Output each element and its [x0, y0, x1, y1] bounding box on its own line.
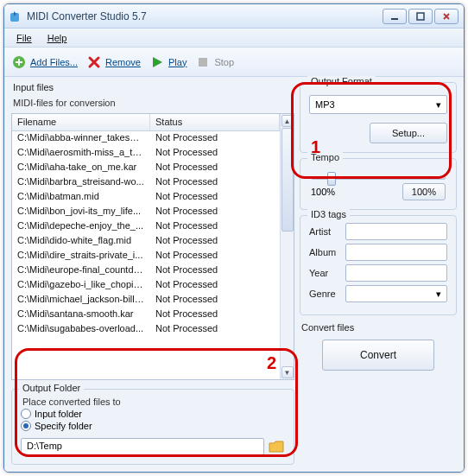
col-status[interactable]: Status: [150, 114, 280, 130]
output-format-group: Output Format MP3 ▾ Setup...: [300, 82, 457, 153]
cell-status: Not Processed: [150, 293, 280, 308]
close-button[interactable]: [434, 9, 459, 24]
play-icon: [149, 54, 165, 70]
table-row[interactable]: C:\Midi\barbra_streisand-wo...Not Proces…: [12, 175, 280, 190]
cell-filename: C:\Midi\sugababes-overload...: [12, 322, 150, 337]
browse-folder-button[interactable]: [268, 439, 285, 454]
cell-status: Not Processed: [150, 308, 280, 322]
scroll-up-icon[interactable]: ▲: [281, 115, 294, 127]
output-format-select[interactable]: MP3 ▾: [309, 95, 447, 114]
radio-specify-folder-label: Specify folder: [35, 421, 92, 431]
input-files-heading: Input files: [13, 82, 294, 92]
add-files-label: Add Files...: [30, 57, 78, 67]
artist-label: Artist: [309, 226, 342, 237]
id3-tags-group: ID3 tags Artist Album Year Genre: [300, 215, 457, 315]
file-grid[interactable]: Filename Status C:\Midi\abba-winner_take…: [11, 113, 294, 380]
cell-filename: C:\Midi\gazebo-i_like_chopin...: [12, 278, 150, 293]
cell-status: Not Processed: [150, 161, 280, 175]
cell-status: Not Processed: [150, 234, 280, 249]
app-icon: [9, 10, 23, 23]
remove-label: Remove: [105, 57, 141, 67]
radio-icon: [21, 409, 31, 419]
cell-status: Not Processed: [150, 190, 280, 205]
cell-status: Not Processed: [150, 263, 280, 278]
stop-button[interactable]: Stop: [195, 54, 234, 70]
toolbar: Add Files... Remove Play Stop: [4, 48, 464, 77]
cell-filename: C:\Midi\bon_jovi-its_my_life...: [12, 205, 150, 219]
add-files-button[interactable]: Add Files...: [11, 54, 78, 70]
table-row[interactable]: C:\Midi\dido-white_flag.midNot Processed: [12, 234, 280, 249]
table-row[interactable]: C:\Midi\batman.midNot Processed: [12, 190, 280, 205]
output-format-value: MP3: [315, 99, 335, 110]
artist-field[interactable]: [345, 223, 447, 240]
cell-status: Not Processed: [150, 249, 280, 263]
table-row[interactable]: C:\Midi\dire_straits-private_i...Not Pro…: [12, 249, 280, 263]
radio-input-folder[interactable]: Input folder: [21, 409, 285, 419]
menubar: File Help: [4, 29, 464, 48]
minimize-button[interactable]: [383, 9, 407, 24]
play-label: Play: [168, 57, 187, 67]
radio-specify-folder[interactable]: Specify folder: [21, 421, 285, 431]
cell-filename: C:\Midi\europe-final_countdo...: [12, 263, 150, 278]
album-label: Album: [309, 247, 342, 257]
grid-scrollbar[interactable]: ▲ ▼: [280, 114, 294, 379]
cell-status: Not Processed: [150, 219, 280, 234]
tempo-value-label: 100%: [311, 187, 335, 197]
x-icon: [86, 54, 102, 70]
tempo-reset-button[interactable]: 100%: [402, 183, 446, 200]
annotation-number-2: 2: [267, 353, 276, 373]
remove-button[interactable]: Remove: [86, 54, 141, 70]
year-field[interactable]: [345, 264, 447, 282]
cell-filename: C:\Midi\abba-winner_takes_i...: [12, 131, 150, 146]
play-button[interactable]: Play: [149, 54, 187, 70]
svg-rect-1: [391, 18, 398, 20]
tempo-slider[interactable]: [311, 176, 446, 180]
table-row[interactable]: C:\Midi\europe-final_countdo...Not Proce…: [12, 263, 280, 278]
plus-icon: [11, 54, 27, 70]
annotation-number-1: 1: [311, 137, 320, 157]
window-title: MIDI Converter Studio 5.7: [27, 10, 383, 22]
table-row[interactable]: C:\Midi\depeche-enjoy_the_...Not Process…: [12, 219, 280, 234]
table-row[interactable]: C:\Midi\michael_jackson-billie...Not Pro…: [12, 293, 280, 308]
cell-filename: C:\Midi\aha-take_on_me.kar: [12, 161, 150, 175]
scroll-thumb[interactable]: [281, 128, 294, 232]
convert-button[interactable]: Convert: [322, 340, 434, 371]
output-format-legend: Output Format: [307, 76, 376, 86]
titlebar: MIDI Converter Studio 5.7: [4, 4, 464, 29]
menu-help[interactable]: Help: [41, 31, 74, 45]
genre-select[interactable]: ▾: [345, 285, 447, 302]
cell-status: Not Processed: [150, 205, 280, 219]
cell-filename: C:\Midi\dido-white_flag.mid: [12, 234, 150, 249]
table-row[interactable]: C:\Midi\sugababes-overload...Not Process…: [12, 322, 280, 337]
menu-file[interactable]: File: [9, 31, 39, 45]
table-row[interactable]: C:\Midi\abba-winner_takes_i...Not Proces…: [12, 131, 280, 146]
album-field[interactable]: [345, 244, 447, 261]
cell-filename: C:\Midi\michael_jackson-billie...: [12, 293, 150, 308]
cell-filename: C:\Midi\depeche-enjoy_the_...: [12, 219, 150, 234]
scroll-down-icon[interactable]: ▼: [281, 366, 294, 378]
radio-input-folder-label: Input folder: [35, 409, 82, 419]
setup-button[interactable]: Setup...: [370, 123, 447, 143]
col-filename[interactable]: Filename: [12, 114, 150, 130]
output-path-field[interactable]: D:\Temp: [21, 438, 264, 455]
chevron-down-icon: ▾: [436, 289, 441, 300]
maximize-button[interactable]: [408, 9, 433, 24]
stop-icon: [195, 54, 211, 70]
cell-status: Not Processed: [150, 175, 280, 190]
cell-status: Not Processed: [150, 146, 280, 161]
cell-status: Not Processed: [150, 322, 280, 337]
table-row[interactable]: C:\Midi\gazebo-i_like_chopin...Not Proce…: [12, 278, 280, 293]
cell-filename: C:\Midi\santana-smooth.kar: [12, 308, 150, 322]
tempo-group: Tempo 100% 100%: [300, 158, 457, 210]
table-row[interactable]: C:\Midi\aha-take_on_me.karNot Processed: [12, 161, 280, 175]
convert-legend: Convert files: [301, 322, 457, 333]
genre-label: Genre: [309, 289, 342, 299]
chevron-down-icon: ▾: [436, 99, 441, 111]
grid-header: Filename Status: [12, 114, 280, 131]
table-row[interactable]: C:\Midi\aerosmith-miss_a_thi...Not Proce…: [12, 146, 280, 161]
svg-rect-2: [417, 13, 424, 20]
radio-icon: [21, 421, 31, 431]
table-row[interactable]: C:\Midi\bon_jovi-its_my_life...Not Proce…: [12, 205, 280, 219]
table-row[interactable]: C:\Midi\santana-smooth.karNot Processed: [12, 308, 280, 322]
slider-thumb[interactable]: [327, 172, 336, 186]
